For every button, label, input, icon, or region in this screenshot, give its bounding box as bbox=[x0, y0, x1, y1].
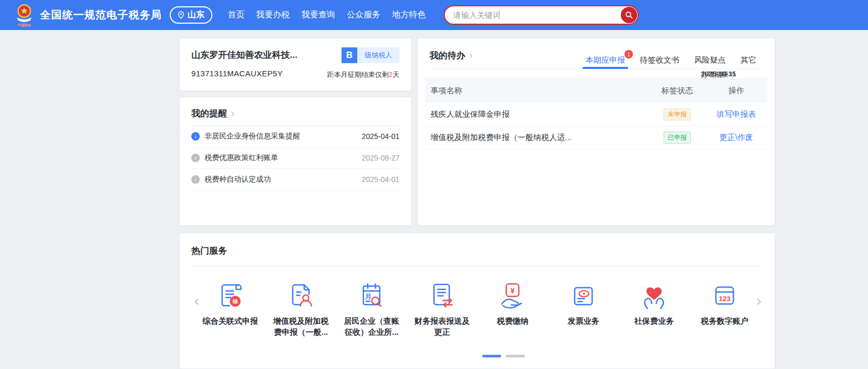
service-label: 发票业务 bbox=[553, 315, 614, 326]
invoice-eye-icon bbox=[568, 280, 599, 310]
doc-transfer-icon bbox=[427, 280, 457, 310]
carousel-page-indicator-active[interactable] bbox=[482, 355, 501, 357]
hot-services-card: 热门服务 ‹ › 综 综合关联式申报 bbox=[180, 233, 775, 368]
service-comprehensive-declaration[interactable]: 综 综合关联式申报 bbox=[195, 280, 266, 337]
main-nav: 首页 我要办税 我要查询 公众服务 地方特色 bbox=[228, 0, 426, 30]
table-header-row: 事项名称 办理期限 标签状态 操作 bbox=[425, 78, 767, 103]
hot-services-title: 热门服务 bbox=[180, 233, 775, 257]
service-social-insurance[interactable]: 社保费业务 bbox=[619, 280, 689, 337]
chevron-right-icon: › bbox=[231, 108, 235, 118]
todos-card: 我的待办 › 本期应申报 1 待签收文书 风险疑点 其它 事项名称 办理期限 标… bbox=[418, 38, 775, 225]
todos-tabs: 本期应申报 1 待签收文书 风险疑点 其它 bbox=[586, 55, 756, 69]
tab-other[interactable]: 其它 bbox=[740, 55, 756, 69]
reminders-list: i 非居民企业身份信息采集提醒 2025-04-01 i 税费优惠政策红利账单 … bbox=[191, 125, 399, 191]
taxpayer-id: 91371311MACAUXEP5Y bbox=[191, 69, 283, 78]
reminder-date: 2025-04-01 bbox=[362, 175, 399, 184]
deadline-note: 距本月征期结束仅剩2天 bbox=[327, 70, 399, 79]
reminder-label: 非居民企业身份信息采集提醒 bbox=[204, 132, 362, 141]
nav-handle-tax[interactable]: 我要办税 bbox=[256, 9, 290, 21]
todos-header[interactable]: 我的待办 › bbox=[430, 49, 473, 62]
service-invoice-business[interactable]: 发票业务 bbox=[548, 280, 619, 337]
fill-declaration-link[interactable]: 填写申报表 bbox=[717, 109, 756, 118]
doc-seal-icon: 综 bbox=[215, 280, 246, 310]
reminders-header[interactable]: 我的提醒 › bbox=[180, 97, 411, 125]
company-name: 山东罗开佳知善农业科技... bbox=[191, 49, 297, 61]
service-tax-payment[interactable]: ¥ 税费缴纳 bbox=[477, 280, 548, 337]
tab-label: 本期应申报 bbox=[586, 55, 625, 64]
company-card: 山东罗开佳知善农业科技... 91371311MACAUXEP5Y B 级纳税人… bbox=[180, 38, 411, 91]
search-bar bbox=[444, 5, 639, 25]
notification-badge: 1 bbox=[625, 50, 633, 58]
credit-rating-badge[interactable]: B 级纳税人 bbox=[342, 47, 399, 63]
carousel-page-indicator[interactable] bbox=[506, 355, 525, 357]
service-label: 财务报表报送及更正 bbox=[412, 315, 473, 337]
deadline-prefix: 距本月征期结束仅剩 bbox=[327, 71, 389, 78]
service-label: 税费缴纳 bbox=[482, 315, 543, 326]
nav-public-service[interactable]: 公众服务 bbox=[347, 9, 381, 21]
reminder-date: 2025-08-27 bbox=[362, 154, 399, 162]
reminder-item[interactable]: i 非居民企业身份信息采集提醒 2025-04-01 bbox=[191, 126, 399, 147]
service-tax-digital-account[interactable]: 123 税务数字账户 bbox=[689, 280, 760, 337]
nav-query[interactable]: 我要查询 bbox=[301, 9, 335, 21]
todo-item-name: 残疾人就业保障金申报 bbox=[425, 109, 649, 119]
location-pin-icon bbox=[178, 11, 184, 19]
svg-text:中国税务: 中国税务 bbox=[17, 23, 32, 27]
info-icon: i bbox=[191, 132, 200, 141]
site-title: 全国统一规范电子税务局 bbox=[40, 8, 162, 22]
status-badge: 已申报 bbox=[664, 132, 691, 143]
info-icon: i bbox=[191, 154, 200, 162]
svg-text:综: 综 bbox=[232, 298, 238, 304]
deadline-suffix: 天 bbox=[393, 71, 399, 78]
credit-letter: B bbox=[342, 47, 357, 63]
tab-label: 风险疑点 bbox=[694, 55, 726, 64]
nav-local-features[interactable]: 地方特色 bbox=[392, 9, 426, 21]
tab-risk-points[interactable]: 风险疑点 bbox=[694, 55, 726, 69]
service-financial-statement-submission[interactable]: 财务报表报送及更正 bbox=[407, 280, 477, 337]
divider bbox=[191, 266, 763, 266]
yen-hand-icon: ¥ bbox=[498, 280, 528, 310]
info-icon: i bbox=[191, 175, 200, 184]
top-header: 中国税务 全国统一规范电子税务局 山东 首页 我要办税 我要查询 公众服务 地方… bbox=[0, 0, 868, 30]
reminders-title: 我的提醒 bbox=[191, 107, 227, 119]
reminder-item[interactable]: i 税费优惠政策红利账单 2025-08-27 bbox=[191, 147, 399, 169]
search-button[interactable] bbox=[621, 7, 637, 23]
todo-deadline: 2025-09-15 bbox=[696, 70, 763, 78]
correct-void-link[interactable]: 更正\作废 bbox=[719, 133, 753, 142]
status-badge: 未申报 bbox=[664, 108, 691, 120]
service-label: 社保费业务 bbox=[623, 315, 685, 326]
services-carousel: 综 综合关联式申报 增值税及附加税费申报（一般... bbox=[195, 280, 760, 337]
tab-label: 待签收文书 bbox=[640, 55, 679, 64]
service-label: 居民企业（查账征收）企业所... bbox=[341, 315, 402, 337]
table-row: 残疾人就业保障金申报 2025-10-31 未申报 填写申报表 bbox=[425, 103, 767, 126]
card-123-icon: 123 bbox=[709, 280, 740, 310]
todos-table: 事项名称 办理期限 标签状态 操作 残疾人就业保障金申报 2025-10-31 … bbox=[425, 78, 767, 149]
brand: 中国税务 全国统一规范电子税务局 山东 bbox=[14, 3, 212, 27]
deadline-days: 2 bbox=[389, 71, 393, 78]
region-selector[interactable]: 山东 bbox=[170, 6, 212, 24]
search-input[interactable] bbox=[445, 6, 638, 24]
tab-label: 其它 bbox=[740, 55, 756, 64]
service-resident-enterprise-income-tax[interactable]: 月 居民企业（查账征收）企业所... bbox=[336, 280, 407, 337]
todo-item-name: 增值税及附加税费申报（一般纳税人适... bbox=[425, 133, 649, 143]
chevron-right-icon: › bbox=[469, 51, 473, 61]
tab-current-declaration[interactable]: 本期应申报 1 bbox=[586, 55, 625, 69]
search-icon bbox=[625, 11, 633, 19]
reminder-item[interactable]: i 税费种自动认定成功 2025-04-01 bbox=[191, 169, 399, 191]
table-row: 增值税及附加税费申报（一般纳税人适... 2025-09-15 已申报 更正\作… bbox=[425, 126, 767, 149]
nav-home[interactable]: 首页 bbox=[228, 9, 245, 21]
service-vat-declaration[interactable]: 增值税及附加税费申报（一般... bbox=[266, 280, 336, 337]
doc-person-icon bbox=[286, 280, 316, 310]
todos-head: 我的待办 › 本期应申报 1 待签收文书 风险疑点 其它 bbox=[430, 38, 763, 69]
tax-emblem-logo: 中国税务 bbox=[14, 3, 35, 27]
svg-text:月: 月 bbox=[365, 293, 372, 301]
carousel-pager bbox=[482, 355, 525, 357]
tab-documents-to-sign[interactable]: 待签收文书 bbox=[640, 55, 679, 69]
reminder-label: 税费种自动认定成功 bbox=[204, 175, 362, 184]
service-label: 综合关联式申报 bbox=[200, 315, 261, 326]
reminder-date: 2025-04-01 bbox=[362, 132, 399, 141]
reminders-card: 我的提醒 › i 非居民企业身份信息采集提醒 2025-04-01 i 税费优惠… bbox=[180, 97, 411, 225]
svg-text:123: 123 bbox=[719, 295, 730, 303]
service-label: 增值税及附加税费申报（一般... bbox=[270, 315, 331, 337]
todos-title: 我的待办 bbox=[430, 49, 465, 62]
column-action: 操作 bbox=[705, 86, 767, 96]
